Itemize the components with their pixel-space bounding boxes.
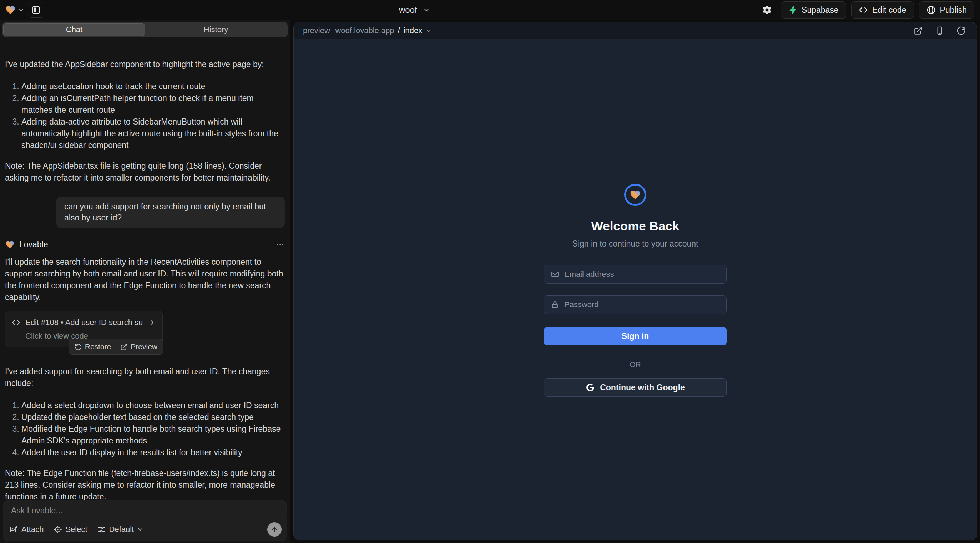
edit-card-container: Edit #108 • Add user ID search supp... C… xyxy=(5,311,163,348)
or-divider-label: OR xyxy=(630,360,641,369)
mode-selector-label: Default xyxy=(109,525,134,534)
code-icon xyxy=(12,318,20,327)
preview-url-page: index xyxy=(404,26,423,35)
assistant-paragraph: I'll update the search functionality in … xyxy=(5,256,285,303)
preview-url-dropdown[interactable]: preview--woof.lovable.app / index xyxy=(303,26,432,35)
lovable-heart-icon xyxy=(5,240,14,249)
signin-card: Welcome Back Sign in to continue to your… xyxy=(544,39,727,397)
external-link-icon xyxy=(120,343,128,351)
list-item: Adding data-active attribute to SidebarM… xyxy=(21,116,285,151)
lovable-logo-menu-button[interactable] xyxy=(5,5,24,15)
restore-button-label: Restore xyxy=(85,343,111,351)
signin-title: Welcome Back xyxy=(591,219,679,233)
chat-message-list: I've updated the AppSidebar component to… xyxy=(5,56,285,499)
mobile-icon xyxy=(935,26,944,35)
divider-line xyxy=(544,365,622,365)
tab-history[interactable]: History xyxy=(145,23,286,36)
signin-button[interactable]: Sign in xyxy=(544,327,727,345)
refresh-icon xyxy=(956,26,966,35)
restore-button[interactable]: Restore xyxy=(75,343,111,351)
assistant-header: Lovable xyxy=(5,239,285,251)
lovable-heart-icon xyxy=(630,189,641,200)
dots-horizontal-icon xyxy=(275,240,285,249)
external-link-icon xyxy=(914,26,923,35)
open-in-new-tab-button[interactable] xyxy=(912,24,925,37)
assistant-ordered-list: Adding useLocation hook to track the cur… xyxy=(5,81,285,151)
preview-header: preview--woof.lovable.app / index xyxy=(294,22,977,39)
preview-panel: preview--woof.lovable.app / index xyxy=(293,22,977,540)
chat-input[interactable] xyxy=(11,506,279,522)
preview-url-separator: / xyxy=(398,26,400,35)
email-field-wrap xyxy=(544,265,727,284)
preview-button[interactable]: Preview xyxy=(120,343,158,351)
or-divider: OR xyxy=(544,360,727,369)
select-button-label: Select xyxy=(65,525,87,534)
chevron-down-icon xyxy=(137,526,143,533)
assistant-note: Note: The Edge Function file (fetch-fire… xyxy=(5,467,285,503)
refresh-button[interactable] xyxy=(955,24,967,37)
preview-url-host: preview--woof.lovable.app xyxy=(303,26,395,35)
edit-card-title: Edit #108 • Add user ID search supp... xyxy=(25,316,143,328)
project-title-dropdown[interactable]: woof xyxy=(399,0,430,20)
preview-iframe: Welcome Back Sign in to continue to your… xyxy=(294,39,977,540)
supabase-button[interactable]: Supabase xyxy=(781,2,846,19)
tab-chat[interactable]: Chat xyxy=(3,23,145,36)
sliders-icon xyxy=(97,525,106,534)
edit-code-button[interactable]: Edit code xyxy=(851,2,914,19)
arrow-up-icon xyxy=(270,526,278,533)
attach-button[interactable]: Attach xyxy=(10,525,43,534)
chevron-right-icon xyxy=(148,319,156,326)
app-logo xyxy=(624,184,646,206)
user-message-bubble: can you add support for searching not on… xyxy=(56,197,285,228)
send-button[interactable] xyxy=(267,522,282,537)
list-item: Added the user ID display in the results… xyxy=(21,447,285,459)
project-title: woof xyxy=(399,5,417,15)
supabase-icon xyxy=(788,5,797,14)
preview-button-label: Preview xyxy=(130,343,158,351)
assistant-paragraph: I've updated the AppSidebar component to… xyxy=(5,59,285,70)
globe-icon xyxy=(926,5,936,14)
assistant-ordered-list: Added a select dropdown to choose betwee… xyxy=(5,400,285,459)
lovable-heart-icon xyxy=(5,5,16,15)
list-item: Added a select dropdown to choose betwee… xyxy=(21,400,285,411)
settings-button[interactable] xyxy=(758,2,775,19)
publish-button[interactable]: Publish xyxy=(919,2,974,19)
code-icon xyxy=(859,5,868,14)
message-options-button[interactable] xyxy=(275,240,285,249)
divider-line xyxy=(648,365,727,365)
select-element-button[interactable]: Select xyxy=(54,525,87,534)
sidebar-toggle-icon xyxy=(32,5,41,14)
chat-history-tabs: Chat History xyxy=(2,22,288,37)
edit-card-actions: Restore Preview xyxy=(68,339,164,355)
list-item: Modified the Edge Function to handle bot… xyxy=(21,423,285,447)
sidebar-toggle-button[interactable] xyxy=(28,2,44,18)
assistant-paragraph: I've added support for searching by both… xyxy=(5,366,285,389)
chevron-down-icon xyxy=(423,6,430,14)
assistant-name: Lovable xyxy=(19,239,48,251)
google-icon xyxy=(585,383,595,392)
list-item: Updated the placeholder text based on th… xyxy=(21,411,285,423)
attach-button-label: Attach xyxy=(21,525,43,534)
edit-code-button-label: Edit code xyxy=(872,5,907,15)
composer: Attach Select Default xyxy=(3,500,287,541)
chat-panel: Chat History I've updated the AppSidebar… xyxy=(0,20,290,543)
google-signin-button[interactable]: Continue with Google xyxy=(544,378,727,397)
lock-icon xyxy=(550,300,559,309)
top-bar: woof Supabase Edit code Publish xyxy=(0,0,980,20)
mobile-view-button[interactable] xyxy=(933,24,946,37)
chevron-down-icon xyxy=(18,7,24,13)
publish-button-label: Publish xyxy=(940,5,967,15)
list-item: Adding an isCurrentPath helper function … xyxy=(21,92,285,116)
email-field[interactable] xyxy=(564,270,720,279)
attach-icon xyxy=(10,525,18,534)
list-item: Adding useLocation hook to track the cur… xyxy=(21,81,285,92)
mode-selector-button[interactable]: Default xyxy=(97,525,144,534)
signin-subtitle: Sign in to continue to your account xyxy=(573,239,698,249)
mail-icon xyxy=(550,270,559,279)
password-field-wrap xyxy=(544,295,727,314)
restore-icon xyxy=(75,343,82,351)
supabase-button-label: Supabase xyxy=(802,5,839,15)
gear-icon xyxy=(762,5,772,15)
assistant-note: Note: The AppSidebar.tsx file is getting… xyxy=(5,160,285,184)
password-field[interactable] xyxy=(564,300,720,309)
